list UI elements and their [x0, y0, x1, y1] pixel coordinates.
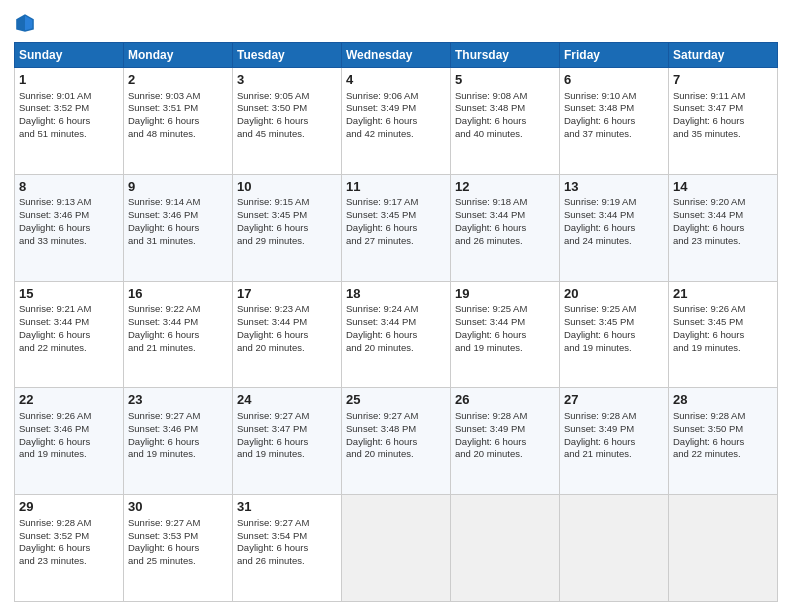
day-info: and 23 minutes.	[673, 235, 773, 248]
day-info: Daylight: 6 hours	[346, 222, 446, 235]
calendar-cell: 3Sunrise: 9:05 AMSunset: 3:50 PMDaylight…	[233, 68, 342, 175]
day-info: Sunset: 3:49 PM	[564, 423, 664, 436]
calendar-cell: 18Sunrise: 9:24 AMSunset: 3:44 PMDayligh…	[342, 281, 451, 388]
day-number: 5	[455, 71, 555, 89]
day-info: Sunset: 3:52 PM	[19, 530, 119, 543]
day-number: 19	[455, 285, 555, 303]
day-number: 4	[346, 71, 446, 89]
day-info: Sunrise: 9:28 AM	[673, 410, 773, 423]
day-info: and 33 minutes.	[19, 235, 119, 248]
day-number: 16	[128, 285, 228, 303]
day-info: Sunset: 3:45 PM	[346, 209, 446, 222]
calendar-cell: 1Sunrise: 9:01 AMSunset: 3:52 PMDaylight…	[15, 68, 124, 175]
day-number: 20	[564, 285, 664, 303]
day-info: Daylight: 6 hours	[237, 329, 337, 342]
calendar-cell	[342, 495, 451, 602]
day-number: 11	[346, 178, 446, 196]
day-info: and 20 minutes.	[346, 448, 446, 461]
calendar-cell: 23Sunrise: 9:27 AMSunset: 3:46 PMDayligh…	[124, 388, 233, 495]
day-info: Daylight: 6 hours	[346, 329, 446, 342]
day-number: 29	[19, 498, 119, 516]
calendar-cell: 19Sunrise: 9:25 AMSunset: 3:44 PMDayligh…	[451, 281, 560, 388]
day-info: Daylight: 6 hours	[237, 115, 337, 128]
day-number: 23	[128, 391, 228, 409]
day-info: and 29 minutes.	[237, 235, 337, 248]
day-info: Sunset: 3:49 PM	[455, 423, 555, 436]
day-info: Sunset: 3:44 PM	[346, 316, 446, 329]
day-info: and 22 minutes.	[673, 448, 773, 461]
day-info: Daylight: 6 hours	[564, 115, 664, 128]
day-info: Sunset: 3:48 PM	[564, 102, 664, 115]
calendar-cell: 20Sunrise: 9:25 AMSunset: 3:45 PMDayligh…	[560, 281, 669, 388]
weekday-thursday: Thursday	[451, 43, 560, 68]
day-info: and 19 minutes.	[455, 342, 555, 355]
day-info: Sunrise: 9:11 AM	[673, 90, 773, 103]
day-info: and 27 minutes.	[346, 235, 446, 248]
day-number: 17	[237, 285, 337, 303]
calendar-cell: 24Sunrise: 9:27 AMSunset: 3:47 PMDayligh…	[233, 388, 342, 495]
day-info: and 51 minutes.	[19, 128, 119, 141]
day-info: Sunset: 3:53 PM	[128, 530, 228, 543]
calendar-cell: 22Sunrise: 9:26 AMSunset: 3:46 PMDayligh…	[15, 388, 124, 495]
week-row-2: 8Sunrise: 9:13 AMSunset: 3:46 PMDaylight…	[15, 174, 778, 281]
day-number: 7	[673, 71, 773, 89]
day-info: Sunrise: 9:19 AM	[564, 196, 664, 209]
day-info: and 37 minutes.	[564, 128, 664, 141]
day-info: and 45 minutes.	[237, 128, 337, 141]
day-number: 9	[128, 178, 228, 196]
day-number: 27	[564, 391, 664, 409]
day-info: and 19 minutes.	[564, 342, 664, 355]
week-row-1: 1Sunrise: 9:01 AMSunset: 3:52 PMDaylight…	[15, 68, 778, 175]
day-info: Daylight: 6 hours	[19, 222, 119, 235]
day-info: Daylight: 6 hours	[19, 436, 119, 449]
day-info: Sunset: 3:44 PM	[19, 316, 119, 329]
calendar-cell: 14Sunrise: 9:20 AMSunset: 3:44 PMDayligh…	[669, 174, 778, 281]
weekday-saturday: Saturday	[669, 43, 778, 68]
day-info: Daylight: 6 hours	[128, 222, 228, 235]
calendar-cell: 7Sunrise: 9:11 AMSunset: 3:47 PMDaylight…	[669, 68, 778, 175]
day-info: Sunrise: 9:18 AM	[455, 196, 555, 209]
calendar-cell	[669, 495, 778, 602]
calendar-cell: 30Sunrise: 9:27 AMSunset: 3:53 PMDayligh…	[124, 495, 233, 602]
day-number: 15	[19, 285, 119, 303]
calendar-cell: 28Sunrise: 9:28 AMSunset: 3:50 PMDayligh…	[669, 388, 778, 495]
day-info: Sunset: 3:44 PM	[673, 209, 773, 222]
day-info: Sunrise: 9:26 AM	[673, 303, 773, 316]
day-info: Daylight: 6 hours	[128, 329, 228, 342]
day-info: Sunset: 3:46 PM	[128, 423, 228, 436]
weekday-header-row: SundayMondayTuesdayWednesdayThursdayFrid…	[15, 43, 778, 68]
day-info: Sunset: 3:49 PM	[346, 102, 446, 115]
day-info: Sunrise: 9:27 AM	[128, 517, 228, 530]
day-info: Sunrise: 9:27 AM	[237, 517, 337, 530]
day-info: and 20 minutes.	[346, 342, 446, 355]
day-info: Sunrise: 9:20 AM	[673, 196, 773, 209]
day-info: Sunrise: 9:28 AM	[455, 410, 555, 423]
logo	[14, 12, 40, 34]
weekday-tuesday: Tuesday	[233, 43, 342, 68]
day-info: Sunrise: 9:01 AM	[19, 90, 119, 103]
day-info: Sunset: 3:44 PM	[455, 316, 555, 329]
week-row-4: 22Sunrise: 9:26 AMSunset: 3:46 PMDayligh…	[15, 388, 778, 495]
day-info: Daylight: 6 hours	[455, 329, 555, 342]
day-number: 30	[128, 498, 228, 516]
day-info: Sunrise: 9:14 AM	[128, 196, 228, 209]
day-info: Sunset: 3:50 PM	[673, 423, 773, 436]
day-info: and 26 minutes.	[237, 555, 337, 568]
calendar-cell: 13Sunrise: 9:19 AMSunset: 3:44 PMDayligh…	[560, 174, 669, 281]
day-info: Daylight: 6 hours	[455, 222, 555, 235]
weekday-wednesday: Wednesday	[342, 43, 451, 68]
day-info: Daylight: 6 hours	[673, 329, 773, 342]
day-info: and 48 minutes.	[128, 128, 228, 141]
day-info: Daylight: 6 hours	[564, 222, 664, 235]
day-info: Sunset: 3:48 PM	[455, 102, 555, 115]
day-info: and 24 minutes.	[564, 235, 664, 248]
day-info: Sunset: 3:44 PM	[455, 209, 555, 222]
day-number: 13	[564, 178, 664, 196]
day-info: Sunset: 3:51 PM	[128, 102, 228, 115]
day-info: Sunrise: 9:24 AM	[346, 303, 446, 316]
day-info: and 31 minutes.	[128, 235, 228, 248]
day-number: 1	[19, 71, 119, 89]
calendar-cell: 16Sunrise: 9:22 AMSunset: 3:44 PMDayligh…	[124, 281, 233, 388]
calendar-cell: 5Sunrise: 9:08 AMSunset: 3:48 PMDaylight…	[451, 68, 560, 175]
day-number: 25	[346, 391, 446, 409]
